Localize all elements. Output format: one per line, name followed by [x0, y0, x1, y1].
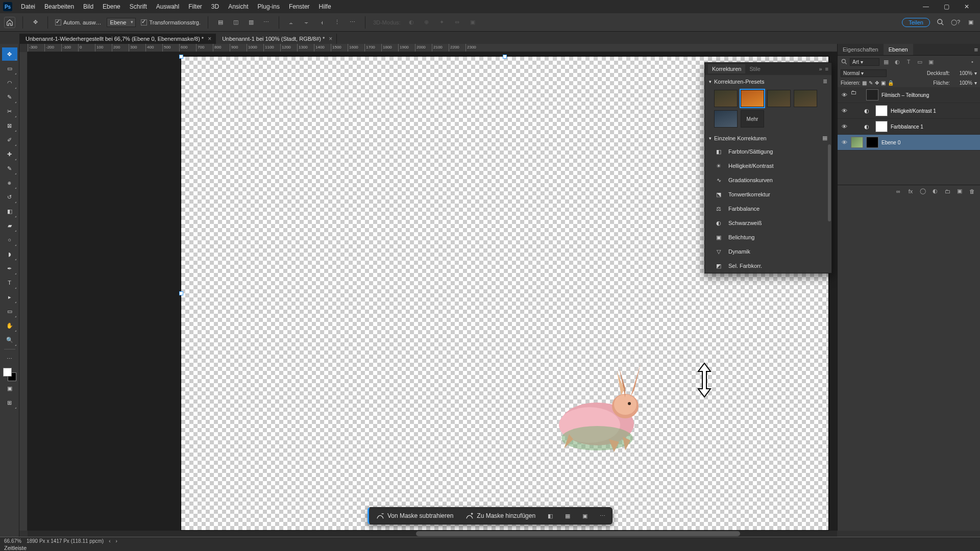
panel-collapse-icon[interactable]: » — [819, 66, 822, 72]
preset-thumbnail[interactable] — [794, 90, 817, 107]
foreground-background-color[interactable] — [3, 368, 16, 381]
menu-datei[interactable]: Datei — [16, 3, 40, 10]
align-bottom-icon[interactable]: ⫞ — [317, 18, 327, 27]
opacity-value[interactable]: 100% — [952, 70, 972, 76]
filter-shape-icon[interactable]: ▭ — [915, 58, 924, 66]
close-icon[interactable]: × — [208, 35, 211, 42]
filter-type-icon[interactable]: T — [904, 58, 913, 66]
eyedropper-tool[interactable]: ✐ — [2, 133, 17, 146]
align-center-h-icon[interactable]: ◫ — [231, 18, 241, 27]
type-tool[interactable]: T — [2, 276, 17, 289]
window-maximize[interactable]: ▢ — [936, 0, 957, 13]
menu-auswahl[interactable]: Auswahl — [152, 3, 184, 10]
document-tab[interactable]: Unbenannt-1-Wiederhergestellt bei 66,7% … — [19, 34, 216, 44]
zoom-tool[interactable]: 🔍 — [2, 333, 17, 346]
help-icon[interactable]: ◯? — [950, 18, 961, 27]
doc-info[interactable]: 1890 Px x 1417 Px (118.11 ppcm) — [27, 538, 104, 544]
lock-all-icon[interactable]: 🔒 — [888, 80, 894, 86]
move-tool[interactable]: ✥ — [2, 47, 17, 61]
transform-controls-checkbox[interactable]: Transformationsstrg. — [141, 19, 200, 26]
layer-group-icon[interactable]: 🗀 — [943, 188, 951, 194]
subtract-from-mask-button[interactable]: Von Maske subtrahieren — [373, 510, 456, 521]
layer-mask-icon[interactable]: ◯ — [919, 188, 927, 194]
edit-toolbar[interactable]: ⋯ — [2, 352, 17, 365]
layer-row[interactable]: 👁◐Farbbalance 1 — [838, 119, 980, 135]
document-tab[interactable]: Unbenannt-1 bei 100% (Stadt, RGB/8#) *× — [216, 34, 337, 44]
status-next-icon[interactable]: › — [115, 538, 117, 544]
close-icon[interactable]: × — [329, 35, 332, 42]
vertical-ruler[interactable] — [19, 52, 28, 531]
filter-pixel-icon[interactable]: ▦ — [881, 58, 891, 66]
adjustment-item[interactable]: ☀Helligkeit/Kontrast — [705, 159, 831, 173]
menu-ansicht[interactable]: Ansicht — [224, 3, 253, 10]
distribute-h-icon[interactable]: ⋯ — [261, 18, 272, 27]
align-left-icon[interactable]: ▤ — [215, 18, 226, 27]
lasso-tool[interactable]: ◠ — [2, 76, 17, 89]
transform-handle-n[interactable] — [503, 55, 507, 59]
shape-tool[interactable]: ▭ — [2, 305, 17, 318]
more-options-icon[interactable]: ⋯ — [348, 18, 358, 27]
preset-thumbnail[interactable] — [741, 90, 764, 107]
marquee-tool[interactable]: ▭ — [2, 62, 17, 75]
window-minimize[interactable]: — — [916, 0, 936, 13]
lock-artboard-icon[interactable]: ▣ — [881, 80, 886, 86]
search-icon[interactable] — [935, 18, 945, 27]
styles-tab[interactable]: Stile — [745, 64, 764, 73]
quick-select-tool[interactable]: ✎ — [2, 90, 17, 104]
panel-menu-icon[interactable]: ≡ — [974, 46, 978, 54]
adjustments-view-icon[interactable]: ▦ — [822, 135, 827, 141]
adjustments-tab[interactable]: Korrekturen — [708, 64, 745, 73]
panel-dock-icon[interactable]: ≡ — [825, 66, 828, 72]
transform-handle-w[interactable] — [179, 291, 183, 295]
lock-transparency-icon[interactable]: ▦ — [862, 80, 867, 86]
history-brush-tool[interactable]: ↺ — [2, 190, 17, 204]
blend-mode-dropdown[interactable]: Normal ▾ — [841, 69, 887, 77]
gradient-tool[interactable]: ▰ — [2, 219, 17, 232]
preset-thumbnail[interactable] — [714, 90, 738, 107]
share-button[interactable]: Teilen — [902, 18, 930, 27]
adjustment-item[interactable]: ∿Gradationskurven — [705, 173, 831, 187]
adjustment-item[interactable]: ⚖Farbbalance — [705, 202, 831, 216]
layer-name[interactable]: Filmisch – Teiltonung — [881, 92, 929, 98]
heal-tool[interactable]: ✚ — [2, 147, 17, 161]
adjustment-item[interactable]: ◧Farbton/Sättigung — [705, 144, 831, 159]
presets-view-icon[interactable]: ≣ — [823, 78, 827, 85]
auto-select-target-dropdown[interactable]: Ebene — [107, 18, 136, 27]
adjustments-scrollbar[interactable] — [828, 144, 831, 273]
preset-more-button[interactable]: Mehr — [741, 110, 764, 128]
adjustment-item[interactable]: ◐Schwarzweiß — [705, 216, 831, 230]
eraser-tool[interactable]: ◧ — [2, 205, 17, 218]
menu-schrift[interactable]: Schrift — [125, 3, 152, 10]
adjustments-panel[interactable]: Korrekturen Stile » ≡ ▾Korrekturen-Prese… — [704, 62, 832, 273]
add-to-mask-button[interactable]: Zu Maske hinzufügen — [462, 510, 538, 521]
layer-delete-icon[interactable]: 🗑 — [968, 188, 976, 194]
adjustment-item[interactable]: ▽Dynamik — [705, 244, 831, 259]
adjustment-item[interactable]: ▣Belichtung — [705, 230, 831, 244]
path-select-tool[interactable]: ▸ — [2, 290, 17, 304]
fill-value[interactable]: 100% — [952, 80, 972, 86]
visibility-toggle-icon[interactable]: 👁 — [841, 91, 848, 98]
mask-invert-icon[interactable]: ◧ — [545, 510, 556, 521]
preset-thumbnail[interactable] — [714, 110, 738, 128]
filter-toggle-switch[interactable]: • — [968, 58, 977, 66]
horizontal-ruler[interactable]: -300-200-1000100200300400500600700800900… — [28, 44, 837, 52]
brush-tool[interactable]: ✎ — [2, 162, 17, 175]
frame-tool[interactable]: ⊠ — [2, 119, 17, 132]
mask-trash-icon[interactable]: ▣ — [579, 510, 591, 521]
menu-ebene[interactable]: Ebene — [98, 3, 125, 10]
lock-position-icon[interactable]: ✥ — [875, 80, 879, 86]
align-right-icon[interactable]: ▥ — [246, 18, 256, 27]
crop-tool[interactable]: ✂ — [2, 105, 17, 118]
layer-new-icon[interactable]: ▣ — [955, 188, 964, 194]
layer-adjustment-icon[interactable]: ◐ — [931, 188, 939, 194]
lock-paint-icon[interactable]: ✎ — [869, 80, 873, 86]
filter-smart-icon[interactable]: ▣ — [926, 58, 936, 66]
layer-filter-kind-dropdown[interactable]: Art ▾ — [850, 58, 879, 66]
align-top-icon[interactable]: ⫠ — [286, 18, 297, 27]
properties-tab[interactable]: Eigenschaften — [838, 44, 884, 55]
timeline-panel-tab[interactable]: Zeitleiste — [4, 545, 27, 551]
layer-name[interactable]: Farbbalance 1 — [891, 124, 923, 130]
canvas-scrollbar-horizontal[interactable] — [28, 531, 837, 537]
visibility-toggle-icon[interactable]: 👁 — [841, 107, 848, 114]
visibility-toggle-icon[interactable]: 👁 — [841, 139, 848, 146]
